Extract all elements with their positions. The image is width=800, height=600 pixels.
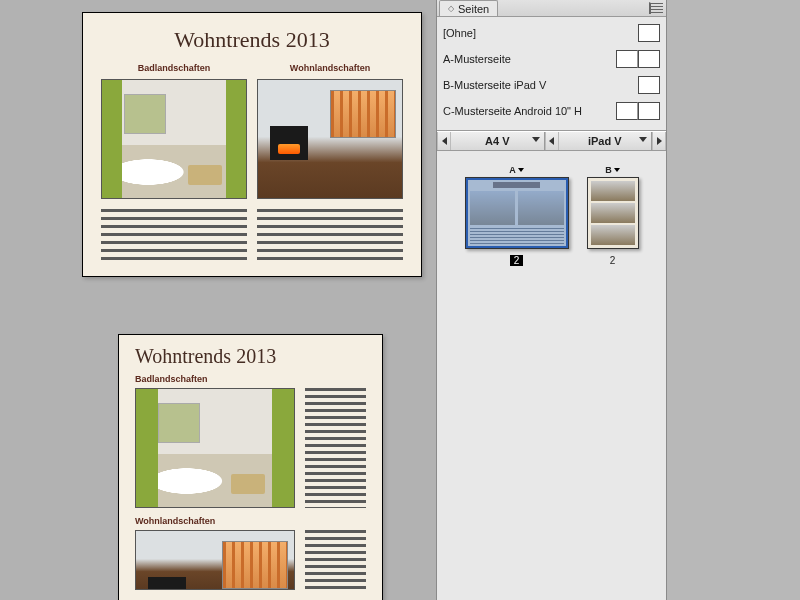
chevron-down-icon <box>639 137 647 142</box>
collapse-icon: ◇ <box>448 2 454 16</box>
master-thumb[interactable] <box>638 24 660 42</box>
panel-tabbar: ◇ Seiten <box>437 0 666 17</box>
image-bath[interactable] <box>101 79 247 199</box>
layout-prev-button[interactable] <box>545 132 559 150</box>
page-thumb-a4[interactable] <box>465 177 569 249</box>
placeholder-text <box>305 388 366 508</box>
subhead-bath: Badlandschaften <box>101 63 247 73</box>
master-tag: B <box>605 165 620 175</box>
pages-panel: ◇ Seiten [Ohne] A-Musterseite B-Musterse… <box>436 0 667 600</box>
chevron-down-icon <box>532 137 540 142</box>
tab-pages[interactable]: ◇ Seiten <box>439 0 498 16</box>
page-title: Wohntrends 2013 <box>135 345 366 368</box>
document-canvas[interactable]: Wohntrends 2013 Badlandschaften Wohnland… <box>0 0 436 600</box>
layout-next-button[interactable] <box>652 132 666 150</box>
layout-prev-button[interactable] <box>437 132 451 150</box>
master-tag: A <box>509 165 524 175</box>
layout-selector-bar: A4 V iPad V <box>437 131 666 151</box>
master-row-b[interactable]: B-Musterseite iPad V <box>443 72 660 98</box>
pages-thumbnails: A 2 B 2 <box>437 151 666 600</box>
placeholder-text <box>101 209 247 261</box>
placeholder-text <box>305 530 366 590</box>
page-number[interactable]: 2 <box>606 255 620 266</box>
master-pages-list: [Ohne] A-Musterseite B-Musterseite iPad … <box>437 17 666 131</box>
layout-dropdown-a4[interactable]: A4 V <box>451 132 545 150</box>
placeholder-text <box>257 209 403 261</box>
subhead-bath: Badlandschaften <box>135 374 366 384</box>
page-thumb-ipad[interactable] <box>587 177 639 249</box>
spread-a4[interactable]: Wohntrends 2013 Badlandschaften Wohnland… <box>82 12 422 277</box>
master-thumb[interactable] <box>638 50 660 68</box>
master-thumb[interactable] <box>638 76 660 94</box>
spread-ipad[interactable]: Wohntrends 2013 Badlandschaften Wohnland… <box>118 334 383 600</box>
image-living[interactable] <box>257 79 403 199</box>
subhead-living: Wohnlandschaften <box>135 516 366 526</box>
page-number[interactable]: 2 <box>510 255 524 266</box>
master-thumb[interactable] <box>616 102 638 120</box>
master-row-c[interactable]: C-Musterseite Android 10" H <box>443 98 660 124</box>
master-thumb[interactable] <box>638 102 660 120</box>
page-title: Wohntrends 2013 <box>101 27 403 53</box>
master-thumb[interactable] <box>616 50 638 68</box>
master-row-a[interactable]: A-Musterseite <box>443 46 660 72</box>
tab-label: Seiten <box>458 2 489 16</box>
master-row-none[interactable]: [Ohne] <box>443 20 660 46</box>
image-bath[interactable] <box>135 388 295 508</box>
layout-dropdown-ipad[interactable]: iPad V <box>559 132 653 150</box>
panel-menu-icon[interactable] <box>649 2 663 14</box>
image-living[interactable] <box>135 530 295 590</box>
subhead-living: Wohnlandschaften <box>257 63 403 73</box>
